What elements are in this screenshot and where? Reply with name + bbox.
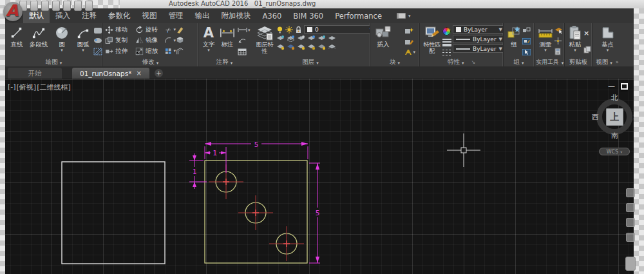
table-button[interactable] <box>238 48 251 55</box>
lineweight-dropdown[interactable]: ByLayer ▼ <box>453 35 503 43</box>
layer-match-icon[interactable] <box>328 35 336 42</box>
scale-button[interactable]: 缩放 <box>135 47 165 55</box>
quick-access-toolbar[interactable] <box>19 1 93 11</box>
navbar-pan-icon[interactable] <box>626 203 635 212</box>
close-tab-icon[interactable]: × <box>136 70 141 77</box>
panel-label-draw[interactable]: 绘图 <box>5 58 102 66</box>
plot-icon[interactable] <box>63 1 71 11</box>
wcs-dropdown[interactable]: WCS ▾ <box>599 148 630 155</box>
viewport-visual-style-control[interactable]: [二维线框] <box>37 83 71 92</box>
layer-merge-icon[interactable] <box>297 43 305 50</box>
new-drawing-button[interactable]: + <box>155 69 163 77</box>
viewport-menu-control[interactable]: [-] <box>8 83 16 92</box>
linetype-dropdown[interactable]: ByLayer ▼ <box>453 44 503 53</box>
polyline-button[interactable]: 多段线 <box>26 24 51 58</box>
ellipse-button[interactable]: ▾ <box>93 37 102 44</box>
layer-make-current-icon[interactable] <box>317 35 326 42</box>
chevron-down-icon[interactable]: ▾ <box>574 48 576 53</box>
ribbon-tab-parametric[interactable]: 参数化 <box>102 8 137 23</box>
layer-lock-icon[interactable] <box>295 26 302 34</box>
panel-label-annotation[interactable]: 注释 <box>198 58 251 66</box>
arc-button[interactable]: 圆弧 ▾ <box>73 24 93 58</box>
ribbon-tab-performance[interactable]: Performance <box>329 8 388 23</box>
layer-off-icon[interactable] <box>307 35 316 42</box>
viewport-view-control[interactable]: [俯视] <box>17 83 37 92</box>
layer-delete-icon[interactable] <box>307 43 316 50</box>
define-attribute-button[interactable]: ▾ <box>404 49 415 55</box>
color-wheel-icon[interactable] <box>442 27 451 35</box>
dimension-width[interactable]: 5 <box>205 141 308 159</box>
dimension-offset-x[interactable]: 1 <box>205 147 226 173</box>
id-point-button[interactable] <box>554 37 563 44</box>
chevron-down-icon[interactable]: ▾ <box>607 48 609 53</box>
fillet-button[interactable]: ▾ <box>165 36 176 44</box>
navbar-wheel-icon[interactable] <box>626 188 635 197</box>
hole-circle-3[interactable] <box>269 226 304 261</box>
crosshair-cursor[interactable] <box>447 133 480 167</box>
dialog-launcher-icon[interactable]: ↘ <box>471 59 475 65</box>
paste-button[interactable]: 粘贴 ▾ <box>567 24 583 58</box>
array-button[interactable]: ▾ <box>165 47 176 55</box>
panel-label-modify[interactable]: 修改 <box>103 58 198 66</box>
reference-square[interactable] <box>62 162 165 264</box>
trim-button[interactable]: ▾ <box>165 26 176 34</box>
viewcube-west[interactable]: 西 <box>592 113 599 122</box>
chevron-down-icon[interactable]: ▾ <box>207 48 210 53</box>
cut-button[interactable]: × <box>583 29 591 37</box>
layer-thaw-icon[interactable] <box>285 26 293 34</box>
ribbon-tab-bim360[interactable]: BIM 360 <box>287 8 329 23</box>
move-button[interactable]: 移动 <box>105 26 135 34</box>
leader-button[interactable] <box>238 37 251 44</box>
group-button[interactable]: 组 <box>506 24 522 58</box>
match-properties-button[interactable]: 特性匹配 <box>422 24 442 58</box>
panel-label-utilities[interactable]: 实用工具 <box>535 58 564 66</box>
viewcube-top-face[interactable]: 上 <box>606 108 623 126</box>
save-icon[interactable] <box>41 1 49 11</box>
linear-dimension-button[interactable]: ▾ <box>238 27 251 33</box>
mirror-button[interactable]: 镜像 <box>135 36 165 44</box>
group-edit-button[interactable] <box>522 38 531 44</box>
navbar-zoom-icon[interactable] <box>626 218 635 227</box>
viewcube-south[interactable]: 南 <box>611 132 618 141</box>
copy-button[interactable]: 复制 <box>105 36 135 44</box>
ribbon-tab-view[interactable]: 视图 <box>137 8 163 23</box>
base-button[interactable]: 基点 ▾ <box>598 24 618 58</box>
redo-icon[interactable] <box>85 1 93 11</box>
application-menu-button[interactable] <box>1 0 24 24</box>
panel-label-clipboard[interactable]: 剪贴板 <box>565 58 592 66</box>
dimension-height[interactable]: 5 <box>309 163 320 263</box>
panel-label-groups[interactable]: 组 <box>504 58 534 66</box>
panel-label-view[interactable]: 视图 <box>592 58 622 66</box>
erase-button[interactable] <box>176 26 187 34</box>
explode-button[interactable] <box>176 36 187 44</box>
group-selection-toggle[interactable] <box>522 49 531 55</box>
offset-button[interactable] <box>176 47 187 55</box>
layer-state-icon[interactable] <box>328 43 336 50</box>
ribbon-tab-a360[interactable]: A360 <box>257 8 288 23</box>
linetype-icon[interactable] <box>442 50 451 55</box>
layer-lock-fade-icon[interactable] <box>317 43 326 50</box>
ungroup-button[interactable] <box>522 27 531 34</box>
layer-freeze-icon[interactable] <box>297 35 305 42</box>
layer-properties-button[interactable]: 图层特性 <box>253 24 276 58</box>
layer-vpfreeze-icon[interactable] <box>287 43 295 50</box>
ribbon-tab-manage[interactable]: 管理 <box>163 8 189 23</box>
dimension-offset-y[interactable]: 1 <box>189 153 207 189</box>
panel-label-properties[interactable]: 特性↘ <box>420 58 503 66</box>
create-block-button[interactable] <box>404 27 415 34</box>
panel-label-layers[interactable]: 图层 <box>251 58 370 66</box>
layer-walk-icon[interactable] <box>276 43 285 50</box>
copy-clip-button[interactable] <box>583 46 591 54</box>
navbar-orbit-icon[interactable] <box>626 233 635 242</box>
viewcube-north[interactable]: 北 <box>611 93 618 103</box>
circle-button[interactable]: 圆 ▾ <box>51 24 73 58</box>
undo-icon[interactable] <box>74 1 82 11</box>
stretch-button[interactable]: 拉伸 <box>105 47 135 55</box>
hole-circle-2[interactable] <box>238 195 273 230</box>
layer-on-icon[interactable] <box>276 26 283 34</box>
quick-select-button[interactable] <box>554 27 563 34</box>
chevron-down-icon[interactable]: ▾ <box>61 48 63 53</box>
ribbon-display-toggle[interactable]: ▾ <box>397 8 411 23</box>
dimension-button[interactable]: 标注 <box>217 24 238 58</box>
layer-unisolate-icon[interactable] <box>287 35 295 42</box>
